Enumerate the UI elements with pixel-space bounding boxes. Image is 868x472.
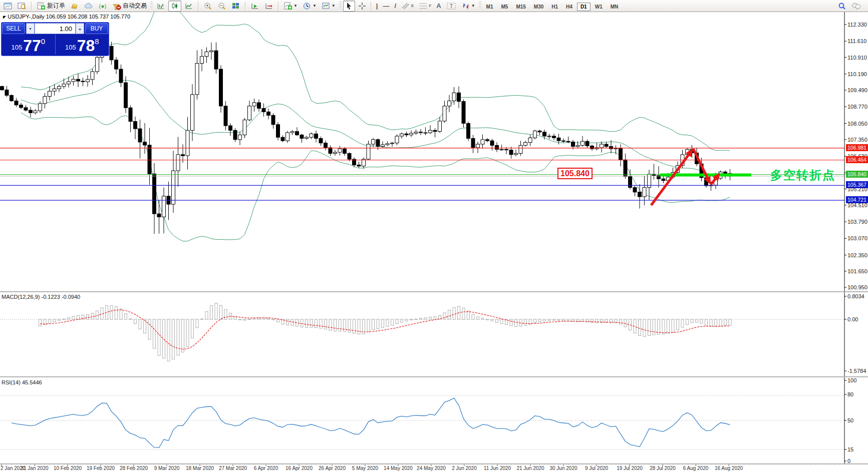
timeframe-m1[interactable]: M1: [483, 3, 497, 11]
candle-up: [528, 138, 532, 142]
cursor-tool-button[interactable]: [343, 1, 355, 12]
indicators-button[interactable]: ▼: [281, 1, 300, 12]
timeframe-d1[interactable]: D1: [577, 3, 591, 11]
candle-up: [391, 143, 394, 144]
text-letter: A: [436, 2, 441, 10]
date-label[interactable]: 9 Mar 2020: [154, 465, 180, 471]
toolbar: 新订单 自动交易 ▼ ▼ ▼ | — / E F A T ▼ M1M5M15M3…: [0, 0, 868, 12]
price-annotation-box[interactable]: 105.840: [557, 168, 593, 179]
timeframe-m5[interactable]: M5: [497, 3, 511, 11]
pane-separator[interactable]: [0, 463, 868, 464]
date-label[interactable]: 16 Aug 2020: [715, 465, 743, 471]
macd-histogram-bar: [420, 318, 422, 319]
horizontal-line-tool[interactable]: —: [381, 1, 391, 12]
date-label[interactable]: 19 Feb 2020: [87, 465, 115, 471]
timeframe-w1[interactable]: W1: [592, 3, 606, 11]
trendline-tool[interactable]: /: [392, 1, 398, 12]
timeframe-m15[interactable]: M15: [512, 3, 529, 11]
candle-up: [600, 144, 604, 148]
price-badge-105.840: 105.840: [846, 171, 868, 178]
pane-separator[interactable]: [0, 376, 868, 377]
new-order-button[interactable]: 新订单: [35, 1, 67, 12]
profiles-button[interactable]: [16, 1, 29, 12]
candle-down: [296, 132, 299, 135]
macd-histogram-bar: [224, 309, 227, 319]
text-label-tool[interactable]: T: [444, 1, 458, 12]
cloud-button[interactable]: [82, 1, 95, 12]
date-label[interactable]: 10 Feb 2020: [54, 465, 82, 471]
chart-shift-button[interactable]: [262, 1, 275, 12]
date-label[interactable]: 27 Mar 2020: [219, 465, 247, 471]
macd-histogram-bar: [234, 317, 236, 319]
tile-windows-button[interactable]: [229, 1, 242, 12]
main-pane[interactable]: [0, 3, 844, 241]
date-label[interactable]: 24 May 2020: [417, 465, 446, 471]
date-label[interactable]: 16 Apr 2020: [285, 465, 313, 471]
date-label[interactable]: 5 May 2020: [352, 465, 378, 471]
date-label[interactable]: 18 Mar 2020: [186, 465, 214, 471]
date-label[interactable]: 6 Apr 2020: [254, 465, 278, 471]
date-label[interactable]: 30 Jun 2020: [549, 465, 577, 471]
candle-down: [124, 83, 128, 108]
vertical-line-tool[interactable]: |: [374, 1, 380, 12]
volume-decrease-button[interactable]: ▼: [26, 23, 35, 34]
zoom-in-button[interactable]: [201, 1, 214, 12]
chart-canvas[interactable]: [0, 0, 868, 472]
zoom-out-button[interactable]: [215, 1, 228, 12]
pane-separator[interactable]: [0, 291, 868, 292]
timeframe-mn[interactable]: MN: [607, 3, 622, 11]
channel-tool[interactable]: E: [399, 1, 416, 12]
date-label[interactable]: 6 Aug 2020: [683, 465, 709, 471]
date-label[interactable]: 31 Jan 2020: [21, 465, 48, 471]
auto-scroll-button[interactable]: [248, 1, 261, 12]
date-label[interactable]: 19 Jul 2020: [617, 465, 643, 471]
toolbar-drag-handle[interactable]: [479, 2, 481, 11]
search-icon[interactable]: [835, 1, 848, 12]
date-label[interactable]: 26 Apr 2020: [319, 465, 346, 471]
buy-button[interactable]: BUY: [85, 23, 108, 34]
bar-chart-button[interactable]: [154, 1, 167, 12]
candlestick-chart-button[interactable]: [168, 1, 181, 12]
date-label[interactable]: 2 Jun 2020: [452, 465, 477, 471]
macd-histogram-bar: [500, 319, 503, 324]
volume-input[interactable]: 1.00: [35, 23, 76, 34]
candle-up: [291, 132, 294, 133]
volume-increase-button[interactable]: ▲: [76, 23, 84, 34]
timeframe-m30[interactable]: M30: [530, 3, 547, 11]
crosshair-tool-button[interactable]: [356, 1, 368, 12]
sell-button[interactable]: SELL: [2, 23, 25, 34]
timeframe-h4[interactable]: H4: [562, 3, 576, 11]
turning-point-note[interactable]: 多空转折点: [770, 167, 835, 183]
fibonacci-tool[interactable]: F: [417, 1, 433, 12]
date-label[interactable]: 21 Jun 2020: [516, 465, 544, 471]
candle-down: [505, 149, 508, 150]
toolbar-drag-handle[interactable]: [339, 2, 342, 11]
periods-button[interactable]: ▼: [301, 1, 319, 12]
macd-pane[interactable]: [0, 303, 844, 361]
text-tool[interactable]: A: [434, 1, 443, 12]
date-label[interactable]: 14 May 2020: [384, 465, 413, 471]
buy-price[interactable]: 105788: [56, 35, 109, 55]
market-button[interactable]: [68, 1, 81, 12]
date-label[interactable]: 28 Jul 2020: [650, 465, 676, 471]
date-label[interactable]: 9 Jul 2020: [585, 465, 608, 471]
macd-histogram-bar: [58, 319, 61, 320]
candle-up: [195, 64, 199, 95]
community-chat-icon[interactable]: [849, 1, 863, 12]
chart-corner-icon[interactable]: ◤: [3, 15, 6, 20]
date-label[interactable]: 28 Feb 2020: [120, 465, 148, 471]
macd-histogram-bar: [72, 316, 75, 319]
date-label[interactable]: 11 Jun 2020: [484, 465, 511, 471]
line-chart-button[interactable]: [182, 1, 195, 12]
timeframe-h1[interactable]: H1: [548, 3, 561, 11]
signals-button[interactable]: [96, 1, 109, 12]
new-chart-button[interactable]: [2, 1, 15, 12]
templates-button[interactable]: ▼: [320, 1, 338, 12]
autotrading-button[interactable]: 自动交易: [110, 1, 149, 12]
sell-price[interactable]: 105770: [2, 35, 56, 55]
macd-histogram-bar: [524, 319, 527, 325]
arrows-tool[interactable]: ▼: [459, 1, 477, 12]
rsi-pane[interactable]: [0, 395, 844, 449]
candle-up: [34, 111, 37, 113]
toolbar-drag-handle[interactable]: [150, 2, 153, 11]
